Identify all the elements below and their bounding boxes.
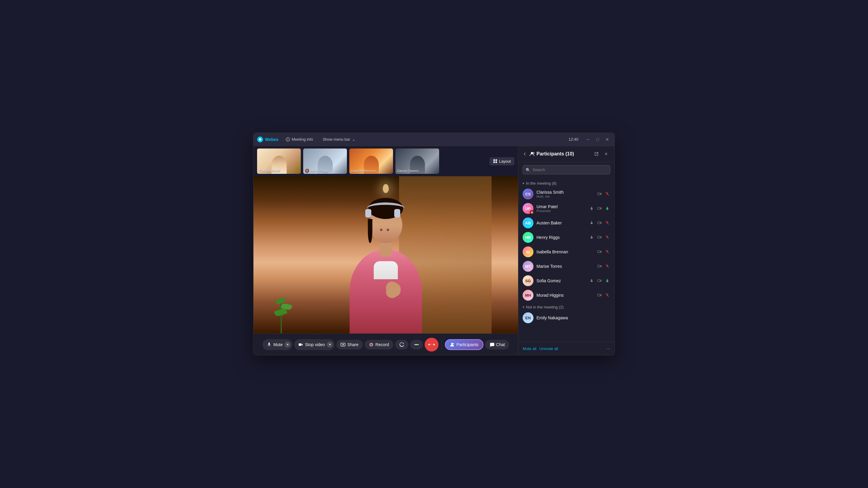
participant-clarissa[interactable]: CS Clarissa Smith Host, me [518, 187, 615, 201]
audio-icon-marise [604, 263, 610, 269]
svg-rect-5 [495, 159, 497, 161]
svg-point-3 [287, 138, 288, 139]
thumbnail-name-4: Darren Owens [397, 169, 418, 173]
maximize-btn[interactable]: □ [594, 136, 601, 143]
panel-header-btns: ✕ [592, 150, 610, 158]
close-btn[interactable]: ✕ [604, 136, 611, 143]
layout-btn[interactable]: Layout [490, 157, 515, 165]
presenter-video [253, 176, 518, 333]
video-area: Clarissa Smith 🔇 Henry Riggs [253, 146, 518, 355]
avatar-emily: EN [523, 313, 533, 323]
search-input[interactable] [523, 165, 610, 174]
controls-henry [589, 234, 610, 240]
collapse-icon [523, 152, 527, 156]
section-in-meeting[interactable]: ▾ In the meeting (8) [518, 178, 615, 187]
show-menu-btn[interactable]: Show menu bar ⌄ [320, 136, 358, 143]
video-icon-henry [596, 234, 602, 240]
mute-btn[interactable]: Mute ▾ [262, 339, 292, 350]
record-label: Record [375, 342, 389, 347]
participant-murad[interactable]: MH Murad Higgins [518, 288, 615, 302]
record-btn[interactable]: Record [365, 340, 393, 350]
svg-rect-29 [598, 280, 600, 282]
stop-video-btn[interactable]: Stop video ▾ [294, 339, 335, 350]
thumbnail-henry[interactable]: 🔇 Henry Riggs [303, 149, 347, 174]
controls-austen [589, 220, 610, 226]
video-icon-isabella [596, 249, 602, 255]
controls-marise [596, 263, 610, 269]
audio-icon-isabella [604, 249, 610, 255]
controls-murad [596, 292, 610, 298]
info-marise: Marise Torres [536, 264, 593, 269]
video-arrow[interactable]: ▾ [327, 341, 333, 348]
refresh-btn[interactable] [395, 340, 408, 350]
participant-austen[interactable]: AB Austen Baker [518, 216, 615, 230]
main-video [253, 176, 518, 333]
panel-header: Participants (10) ✕ [518, 146, 615, 162]
toolbar: Mute ▾ Stop video ▾ Share [253, 333, 518, 355]
more-options-icon[interactable]: ··· [607, 346, 610, 352]
info-isabella: Isabella Brennan [536, 250, 593, 254]
window-controls: ─ □ ✕ [584, 136, 611, 143]
mute-all-btn[interactable]: Mute all [523, 345, 536, 352]
audio-icon-umar [604, 205, 610, 212]
thumbnail-label-3: Isabelle Brennan [351, 169, 376, 173]
show-menu-label: Show menu bar [323, 137, 350, 141]
thumbnail-label-4: Darren Owens [397, 169, 418, 173]
thumbnail-label-2: 🔇 Henry Riggs [305, 169, 329, 173]
info-clarissa: Clarissa Smith Host, me [536, 190, 593, 198]
controls-clarissa [596, 191, 610, 197]
presenter-badge-umar: P [530, 210, 534, 215]
title-bar: Webex Meeting info Show menu bar ⌄ 12:40… [253, 133, 615, 146]
svg-rect-21 [598, 222, 600, 224]
share-label: Share [347, 342, 358, 347]
video-icon-sofia [596, 278, 602, 284]
name-austen: Austen Baker [536, 221, 586, 225]
audio-icon-sofia [604, 278, 610, 284]
unmute-all-btn[interactable]: Unmute all [539, 345, 558, 352]
mic-icon-clarissa [604, 191, 610, 197]
chat-label: Chat [496, 342, 505, 347]
participant-marise[interactable]: MT Marise Torres [518, 259, 615, 273]
svg-rect-27 [598, 265, 600, 267]
meeting-info-btn[interactable]: Meeting info [283, 136, 315, 143]
svg-point-13 [453, 343, 454, 344]
section-not-in-meeting[interactable]: ▾ Not in the meeting (2) [518, 302, 615, 311]
meeting-info-label: Meeting info [292, 137, 313, 141]
avatar-clarissa: CS [523, 189, 533, 199]
close-panel-btn[interactable]: ✕ [602, 150, 610, 158]
avatar-austen: AB [523, 218, 533, 228]
share-btn[interactable]: Share [336, 340, 363, 350]
more-btn[interactable]: ••• [410, 340, 423, 350]
participant-sofia[interactable]: SG Sofia Gomez [518, 273, 615, 288]
svg-line-22 [606, 221, 609, 224]
svg-line-32 [606, 294, 609, 297]
participant-henry[interactable]: HR Henry Riggs [518, 230, 615, 245]
video-icon-murad [596, 292, 602, 298]
name-clarissa: Clarissa Smith [536, 190, 593, 195]
participant-umar[interactable]: UP P Umar Patel Presenter [518, 201, 615, 216]
participant-emily[interactable]: EN Emily Nakagawa [518, 311, 615, 325]
thumbnail-clarissa[interactable]: Clarissa Smith [257, 149, 301, 174]
participants-btn[interactable]: Participants [445, 339, 483, 350]
popout-btn[interactable] [592, 150, 601, 158]
toolbar-separator [441, 340, 442, 350]
name-sofia: Sofia Gomez [536, 278, 586, 283]
end-call-btn[interactable] [425, 338, 438, 352]
role-umar: Presenter [536, 209, 586, 213]
chat-btn[interactable]: Chat [485, 340, 509, 350]
name-isabella: Isabella Brennan [536, 250, 593, 254]
participant-isabella[interactable]: IB Isabella Brennan [518, 245, 615, 259]
info-henry: Henry Riggs [536, 235, 586, 240]
minimize-btn[interactable]: ─ [584, 136, 592, 143]
webex-logo-icon [257, 136, 263, 142]
video-icon-clarissa [596, 191, 602, 197]
webex-logo: Webex [257, 136, 278, 142]
info-murad: Murad Higgins [536, 293, 593, 298]
thumbnail-darren[interactable]: Darren Owens [396, 149, 439, 174]
svg-line-17 [606, 192, 609, 196]
title-bar-left: Webex Meeting info Show menu bar ⌄ [257, 136, 568, 143]
video-icon-marise [596, 263, 602, 269]
mute-arrow[interactable]: ▾ [284, 341, 290, 348]
thumbnail-isabelle[interactable]: Isabelle Brennan [349, 149, 393, 174]
avatar-sofia: SG [523, 275, 533, 286]
